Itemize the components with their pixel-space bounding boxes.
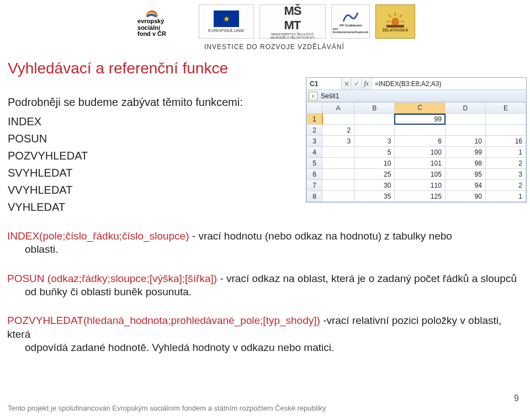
cell[interactable]: 95 [445,169,485,180]
cell[interactable]: 3 [322,136,354,147]
formula-bar: C1 ✕ ✓ fx =INDEX(B3:E8;A2;A3) [306,78,526,90]
zelatovska-logo: ŽELATOVSKÁ [375,4,415,39]
column-header[interactable]: A [322,103,354,114]
def-desc: - vrací odkaz na oblast, která je o zada… [217,273,517,284]
cell[interactable]: 2 [322,125,354,136]
cell[interactable] [322,114,354,125]
definitions: INDEX(pole;číslo_řádku;číslo_sloupce) - … [7,230,521,370]
page-number: 9 [514,394,519,403]
def-sig: POSUN (odkaz;řádky;sloupce;[výška];[šířk… [7,273,217,284]
cell[interactable]: 1 [485,147,526,158]
cell[interactable] [322,169,354,180]
cell[interactable] [322,158,354,169]
cell[interactable]: 25 [354,169,395,180]
cell[interactable] [395,125,446,136]
column-header[interactable]: D [445,103,485,114]
def-cont: odpovídá zadané hodnotě. Vyhledá hodnoty… [25,342,334,353]
cell[interactable]: 10 [445,136,485,147]
cell[interactable]: 3 [485,169,526,180]
row-header[interactable]: 4 [307,147,322,158]
func-item: VVYHLEDAT [8,182,243,199]
cell[interactable]: 105 [395,169,446,180]
svg-rect-6 [386,25,404,28]
fx-icon[interactable]: fx [362,78,372,89]
row-header[interactable]: 7 [307,180,322,191]
row-header[interactable]: 5 [307,158,322,169]
msmt-line2: MLÁDEŽE A TĚLOVÝCHOVY [271,36,315,39]
cell[interactable] [485,114,526,125]
cell[interactable]: 125 [395,191,446,202]
cell[interactable]: 10 [354,158,395,169]
cell[interactable]: 110 [395,180,446,191]
column-header[interactable]: B [354,103,395,114]
workbook-icon: x [309,92,317,100]
cell[interactable] [354,125,395,136]
func-item: POZVYHLEDAT [8,147,243,164]
cell[interactable]: 2 [485,158,526,169]
cell[interactable] [485,125,526,136]
cell[interactable]: 101 [395,158,446,169]
cell[interactable]: 3 [354,136,395,147]
cell[interactable]: 90 [445,191,485,202]
def-index: INDEX(pole;číslo_řádku;číslo_sloupce) - … [7,230,521,257]
def-sig: INDEX(pole;číslo_řádku;číslo_sloupce) [7,230,189,242]
def-pozvyhledat: POZVYHLEDAT(hledaná_hodnota;prohledávané… [7,314,521,354]
cell[interactable]: 2 [485,180,526,191]
opvk-logo: OP Vzdělávání pro konkurenceschopnost [331,4,370,39]
enter-icon[interactable]: ✓ [352,78,362,89]
cell[interactable] [445,125,485,136]
cell[interactable]: 99 [395,114,446,125]
workbook-tab-row: x Sešit1 [306,90,526,102]
sponsor-logos: evropský sociální fond v ČR ★ EVROPSKÁ U… [110,4,415,39]
cell[interactable] [445,114,485,125]
row-header[interactable]: 8 [307,191,322,202]
intro-lead: Podrobněji se budeme zabývat těmito funk… [8,94,243,111]
select-all-corner[interactable] [307,103,322,114]
cell[interactable]: 16 [485,136,526,147]
row-header[interactable]: 3 [307,136,322,147]
svg-line-3 [400,15,402,17]
column-header[interactable]: C [395,103,446,114]
formula-input[interactable]: =INDEX(B3:E8;A2;A3) [372,78,526,89]
sun-icon [384,12,406,28]
opvk-line2: pro konkurenceschopnost [333,27,368,34]
spreadsheet-inset: C1 ✕ ✓ fx =INDEX(B3:E8;A2;A3) x Sešit1 A… [306,77,527,203]
func-item: POSUN [8,130,243,147]
cell[interactable]: 94 [445,180,485,191]
def-sig: POZVYHLEDAT(hledaná_hodnota;prohledávané… [7,315,320,326]
cell[interactable]: 99 [445,147,485,158]
def-posun: POSUN (odkaz;řádky;sloupce;[výška];[šířk… [7,272,521,299]
func-item: INDEX [8,113,243,130]
function-list: INDEX POSUN POZVYHLEDAT SVYHLEDAT VVYHLE… [8,113,243,216]
column-header[interactable]: E [485,103,526,114]
cell[interactable] [322,147,354,158]
esf-line3: fond v ČR [137,31,166,38]
row-header[interactable]: 1 [307,114,322,125]
cell[interactable]: 1 [485,191,526,202]
cell[interactable]: 100 [395,147,446,158]
func-item: VYHLEDAT [8,199,243,216]
cell[interactable] [322,180,354,191]
cell[interactable]: 98 [445,158,485,169]
name-box[interactable]: C1 [306,78,342,89]
row-header[interactable]: 6 [307,169,322,180]
cell[interactable] [354,114,395,125]
func-item: SVYHLEDAT [8,164,243,182]
def-desc: - vrací hodnotu (nebo odkaz na hodnotu) … [189,230,452,242]
cell[interactable]: 30 [354,180,395,191]
cell[interactable]: 5 [354,147,395,158]
svg-line-2 [389,15,391,17]
msmt-logo: MŠMT MINISTERSTVO ŠKOLSTVÍ, MLÁDEŽE A TĚ… [259,4,326,39]
zel-label: ŽELATOVSKÁ [383,28,409,32]
eu-label: EVROPSKÁ UNIE [208,28,244,33]
workbook-tab[interactable]: Sešit1 [321,92,339,100]
cell[interactable]: 35 [354,191,395,202]
opvk-icon [341,9,360,24]
footer-text: Tento projekt je spolufinancován Evropsk… [8,404,326,412]
row-header[interactable]: 2 [307,125,322,136]
eu-logo: ★ EVROPSKÁ UNIE [199,4,254,39]
cancel-icon[interactable]: ✕ [342,78,352,89]
cell[interactable]: 6 [395,136,446,147]
cell[interactable] [322,191,354,202]
spreadsheet-grid[interactable]: ABCDE 1992233361016451009915101019826251… [306,102,526,202]
